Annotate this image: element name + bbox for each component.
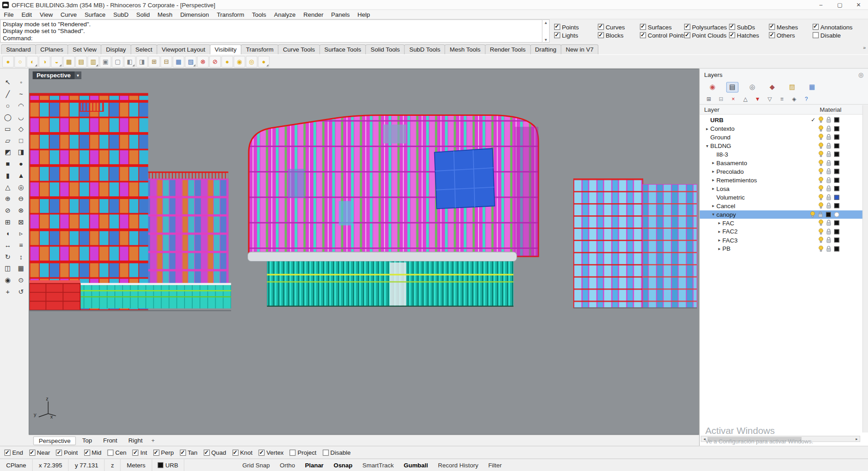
new-sublayer-icon[interactable]: ⊟ (717, 95, 725, 103)
status-cell[interactable]: z (105, 459, 121, 471)
layer-visibility-bulb-icon[interactable] (817, 142, 825, 149)
status-cell[interactable]: y 77.131 (69, 459, 105, 471)
status-toggle[interactable]: Grid Snap (237, 459, 275, 471)
close-button[interactable]: ✕ (849, 0, 868, 10)
filter-checkbox[interactable]: Hatches (729, 32, 769, 38)
chamfer-tool-icon[interactable]: ▹ (14, 228, 28, 239)
mirror-tool-icon[interactable]: ◫ (1, 262, 14, 274)
layer-row[interactable]: Il8-3 (700, 150, 868, 159)
layer-color-swatch[interactable] (834, 161, 839, 166)
torus-tool-icon[interactable]: ◎ (14, 181, 28, 193)
layer-visibility-bulb-icon[interactable] (817, 185, 825, 192)
unlock-objects-icon[interactable]: ▢ (112, 56, 123, 67)
layer-lock-icon[interactable] (825, 194, 833, 201)
status-cell[interactable]: CPlane (0, 459, 33, 471)
menu-item[interactable]: File (0, 11, 18, 18)
osnap-checkbox[interactable]: Knot (232, 449, 253, 456)
copy-tool-icon[interactable]: ≡ (14, 239, 28, 251)
layers-tab-icon[interactable]: ▤ (726, 82, 739, 92)
one-bulb-icon[interactable]: ● (222, 56, 233, 67)
menu-item[interactable]: Analyze (270, 11, 299, 18)
plane-tool-icon[interactable]: □ (14, 134, 28, 146)
layer-lock-icon[interactable] (825, 245, 833, 252)
osnap-checkbox[interactable]: Disable (323, 449, 351, 456)
layer-row[interactable]: ▾ BLDNG (700, 142, 868, 150)
layer-name[interactable]: PB (722, 245, 730, 252)
layer-visibility-bulb-icon[interactable] (817, 133, 825, 141)
viewport-title-chip[interactable]: Perspective ▾ (33, 71, 81, 79)
layer-color-swatch[interactable] (834, 186, 839, 191)
polyline-tool-icon[interactable]: ╱ (1, 88, 14, 100)
toolbar-tab[interactable]: Solid Tools (365, 44, 405, 54)
viewport-title[interactable]: Perspective (33, 71, 75, 79)
box-tool-icon[interactable]: ■ (1, 158, 14, 170)
panel-scroll-track[interactable] (863, 105, 868, 433)
layer-row[interactable]: ▸ Losa (700, 185, 868, 193)
layer-expand-arrow-icon[interactable]: ▸ (710, 186, 716, 191)
layer-lock-icon[interactable] (825, 219, 833, 227)
menu-item[interactable]: Tools (248, 11, 270, 18)
tab-overflow-chevron-icon[interactable]: » (863, 45, 866, 50)
show-objects-bulb-icon[interactable]: ○ (14, 56, 26, 67)
status-toggle[interactable]: Record History (433, 459, 483, 471)
layer-lock-icon[interactable] (825, 159, 833, 167)
scale-tool-icon[interactable]: ↕ (14, 251, 28, 262)
osnap-checkbox[interactable]: Quad (204, 449, 226, 456)
layer-row[interactable]: ▸ FAC (700, 219, 868, 227)
materials-tab-icon[interactable]: ◆ (766, 82, 778, 92)
filter-checkbox[interactable]: Control Points (640, 32, 684, 38)
toolbar-tab[interactable]: Visibility (210, 44, 242, 54)
extrude-tool-icon[interactable]: ◨ (14, 146, 28, 158)
layer-color-swatch[interactable] (834, 135, 839, 140)
layer-visibility-bulb-icon[interactable] (817, 228, 825, 235)
layer-row[interactable]: Ground (700, 133, 868, 142)
layer-color-swatch[interactable] (834, 118, 839, 123)
point-tool-icon[interactable]: ◦ (14, 76, 28, 88)
layer-expand-arrow-icon[interactable]: ▸ (716, 246, 722, 251)
menu-item[interactable]: Panels (327, 11, 353, 18)
move-up-layer-icon[interactable]: △ (741, 95, 749, 103)
layer-lock-icon[interactable] (825, 116, 833, 124)
layer-color-swatch[interactable] (834, 238, 839, 243)
layer-row[interactable]: ▾ canopy (700, 210, 868, 219)
display-tab-icon[interactable]: ◎ (746, 82, 759, 92)
move-tool-icon[interactable]: ↔ (1, 239, 14, 251)
layer-visibility-bulb-icon[interactable] (817, 176, 825, 184)
toolbar-tab[interactable]: New in V7 (561, 44, 598, 54)
layer-name[interactable]: Losa (716, 186, 730, 192)
three-bulbs-icon[interactable]: ◎ (246, 56, 257, 67)
named-filter-icon[interactable]: ▽ (766, 95, 774, 103)
command-scrollbar[interactable]: ▲ ▼ (542, 19, 550, 43)
current-layer-chip[interactable]: URB (152, 459, 184, 471)
layer-row[interactable]: ▸ PB (700, 244, 868, 253)
toolbar-tab[interactable]: Select (130, 44, 157, 54)
layer-expand-arrow-icon[interactable]: ▸ (710, 203, 716, 208)
layer-name[interactable]: FAC3 (722, 237, 738, 244)
fillet-tool-icon[interactable]: ◖ (1, 228, 14, 239)
loft-tool-icon[interactable]: ◩ (1, 146, 14, 158)
undo-view-tool-icon[interactable]: ↺ (14, 286, 28, 298)
layer-name[interactable]: Contexto (710, 125, 735, 132)
menu-item[interactable]: View (36, 11, 57, 18)
layer-lights-grid-icon[interactable]: ▦ (63, 56, 75, 67)
menu-item[interactable]: Curve (57, 11, 81, 18)
trim-tool-icon[interactable]: ⊘ (1, 205, 14, 216)
layer-row[interactable]: ▸ FAC2 (700, 227, 868, 236)
status-toggle[interactable]: Ortho (275, 459, 300, 471)
layer-color-swatch[interactable] (834, 220, 839, 225)
status-cell[interactable]: Meters (121, 459, 152, 471)
viewport-tab[interactable]: Right (123, 436, 147, 445)
layer-name[interactable]: Il8-3 (716, 151, 728, 158)
filter-checkbox[interactable]: SubDs (729, 24, 769, 30)
layer-row[interactable]: ▸ FAC3 (700, 236, 868, 244)
filter-checkbox[interactable]: Point Clouds (684, 32, 729, 38)
circle-tool-icon[interactable]: ○ (1, 100, 14, 111)
layer-on-grid-icon[interactable]: ▤ (75, 56, 87, 67)
bulb-off-red-icon[interactable]: ⊗ (197, 56, 209, 67)
filter-checkbox[interactable]: Surfaces (640, 24, 684, 30)
osnap-checkbox[interactable]: Perp (153, 449, 174, 456)
layer-color-swatch[interactable] (826, 212, 831, 217)
filter-checkbox[interactable]: Meshes (769, 24, 813, 30)
boolean-union-tool-icon[interactable]: ⊕ (1, 193, 14, 205)
explode-tool-icon[interactable]: ⊠ (14, 216, 28, 228)
